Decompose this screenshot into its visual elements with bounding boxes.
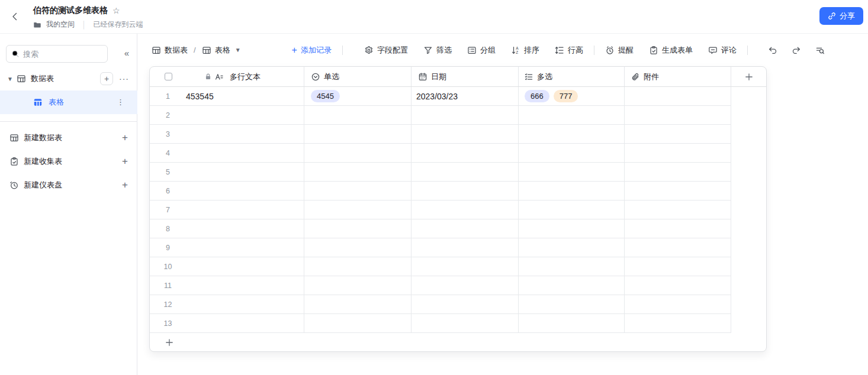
cell-date[interactable] xyxy=(412,201,519,219)
cell-attachment[interactable] xyxy=(625,276,731,295)
plus-icon[interactable]: + xyxy=(122,132,128,144)
table-row[interactable]: 2 xyxy=(150,106,767,125)
add-record-button[interactable]: + 添加记录 xyxy=(292,45,332,56)
plus-icon[interactable]: + xyxy=(122,156,128,167)
cell-multiline-text[interactable]: 2 xyxy=(150,106,304,125)
redo-icon[interactable] xyxy=(792,46,801,55)
column-header-date[interactable]: 日期 xyxy=(412,67,519,86)
cell-attachment[interactable] xyxy=(625,106,731,125)
table-row[interactable]: 9 xyxy=(150,238,767,257)
share-button[interactable]: 分享 xyxy=(819,7,863,25)
table-row[interactable]: 6 xyxy=(150,182,767,201)
cell-attachment[interactable] xyxy=(625,219,731,238)
cell-multiline-text[interactable]: 6 xyxy=(150,182,304,201)
add-field-button[interactable] xyxy=(731,67,767,86)
column-header-attachment[interactable]: 附件 xyxy=(625,67,731,86)
cell-multiline-text[interactable]: 3 xyxy=(150,125,304,144)
expand-triangle-icon[interactable]: ▼ xyxy=(7,76,17,82)
cell-multi-select[interactable] xyxy=(519,182,625,201)
cell-single-select[interactable] xyxy=(304,257,412,276)
search-records-icon[interactable] xyxy=(815,46,825,55)
select-all-checkbox[interactable] xyxy=(165,73,172,80)
cell-date[interactable] xyxy=(412,219,519,238)
space-breadcrumb[interactable]: 我的空间 xyxy=(46,20,75,30)
cell-date[interactable] xyxy=(412,276,519,295)
cell-multi-select[interactable] xyxy=(519,314,625,333)
add-datatable-button[interactable]: + xyxy=(100,72,113,85)
cell-date[interactable]: 2023/03/23 xyxy=(412,87,519,106)
cell-attachment[interactable] xyxy=(625,201,731,219)
cell-attachment[interactable] xyxy=(625,238,731,257)
cell-date[interactable] xyxy=(412,144,519,163)
table-row[interactable]: 13 xyxy=(150,314,767,333)
cell-multiline-text[interactable]: 1453545 xyxy=(150,87,304,106)
cell-single-select[interactable] xyxy=(304,238,412,257)
cell-single-select[interactable] xyxy=(304,295,412,314)
cell-attachment[interactable] xyxy=(625,182,731,201)
column-header-multi-select[interactable]: 多选 xyxy=(519,67,625,86)
cell-attachment[interactable] xyxy=(625,314,731,333)
filter-button[interactable]: 筛选 xyxy=(423,45,452,56)
cell-single-select[interactable] xyxy=(304,106,412,125)
cell-date[interactable] xyxy=(412,257,519,276)
table-row[interactable]: 8 xyxy=(150,219,767,238)
create-dashboard-item[interactable]: 新建仪表盘 + xyxy=(0,173,137,197)
cell-multiline-text[interactable]: 10 xyxy=(150,257,304,276)
table-row[interactable]: 3 xyxy=(150,125,767,144)
column-header-multiline-text[interactable]: 多行文本 xyxy=(150,67,304,86)
add-row-button[interactable] xyxy=(150,333,766,352)
cell-single-select[interactable] xyxy=(304,276,412,295)
table-row[interactable]: 12 xyxy=(150,295,767,314)
table-row[interactable]: 145354545452023/03/23666777 xyxy=(150,87,767,106)
cell-multiline-text[interactable]: 4 xyxy=(150,144,304,163)
cell-multiline-text[interactable]: 13 xyxy=(150,314,304,333)
cell-date[interactable] xyxy=(412,314,519,333)
cell-multi-select[interactable] xyxy=(519,295,625,314)
table-row[interactable]: 7 xyxy=(150,201,767,219)
cell-single-select[interactable] xyxy=(304,201,412,219)
cell-multi-select[interactable]: 666777 xyxy=(519,87,625,106)
favorite-star-icon[interactable]: ☆ xyxy=(112,7,120,15)
cell-multiline-text[interactable]: 11 xyxy=(150,276,304,295)
cell-multi-select[interactable] xyxy=(519,276,625,295)
cell-date[interactable] xyxy=(412,238,519,257)
cell-single-select[interactable] xyxy=(304,314,412,333)
cell-attachment[interactable] xyxy=(625,87,731,106)
field-config-button[interactable]: 字段配置 xyxy=(364,45,408,56)
cell-multi-select[interactable] xyxy=(519,257,625,276)
cell-date[interactable] xyxy=(412,163,519,182)
cell-multi-select[interactable] xyxy=(519,144,625,163)
cell-date[interactable] xyxy=(412,182,519,201)
breadcrumb-datatable[interactable]: 数据表 xyxy=(152,45,188,56)
cell-single-select[interactable] xyxy=(304,182,412,201)
cell-multi-select[interactable] xyxy=(519,125,625,144)
cell-multiline-text[interactable]: 5 xyxy=(150,163,304,182)
cell-multiline-text[interactable]: 8 xyxy=(150,219,304,238)
back-button[interactable] xyxy=(7,9,22,24)
cell-single-select[interactable] xyxy=(304,163,412,182)
cell-multiline-text[interactable]: 12 xyxy=(150,295,304,314)
undo-icon[interactable] xyxy=(768,46,777,55)
cell-multiline-text[interactable]: 7 xyxy=(150,201,304,219)
view-switcher[interactable]: 表格 ▼ xyxy=(202,45,241,56)
table-row[interactable]: 10 xyxy=(150,257,767,276)
cell-date[interactable] xyxy=(412,295,519,314)
row-height-button[interactable]: 行高 xyxy=(555,45,583,56)
sort-button[interactable]: AZ 排序 xyxy=(511,45,539,56)
cell-attachment[interactable] xyxy=(625,125,731,144)
cell-multi-select[interactable] xyxy=(519,219,625,238)
more-horizontal-icon[interactable]: ··· xyxy=(119,74,129,83)
reminder-button[interactable]: 提醒 xyxy=(605,45,634,56)
table-row[interactable]: 5 xyxy=(150,163,767,182)
cell-attachment[interactable] xyxy=(625,144,731,163)
cell-attachment[interactable] xyxy=(625,163,731,182)
cell-single-select[interactable]: 4545 xyxy=(304,87,412,106)
group-button[interactable]: 分组 xyxy=(467,45,496,56)
plus-icon[interactable]: + xyxy=(122,179,128,191)
cell-date[interactable] xyxy=(412,106,519,125)
cell-attachment[interactable] xyxy=(625,257,731,276)
cell-single-select[interactable] xyxy=(304,125,412,144)
cell-multi-select[interactable] xyxy=(519,201,625,219)
column-header-single-select[interactable]: 单选 xyxy=(304,67,412,86)
table-row[interactable]: 11 xyxy=(150,276,767,295)
